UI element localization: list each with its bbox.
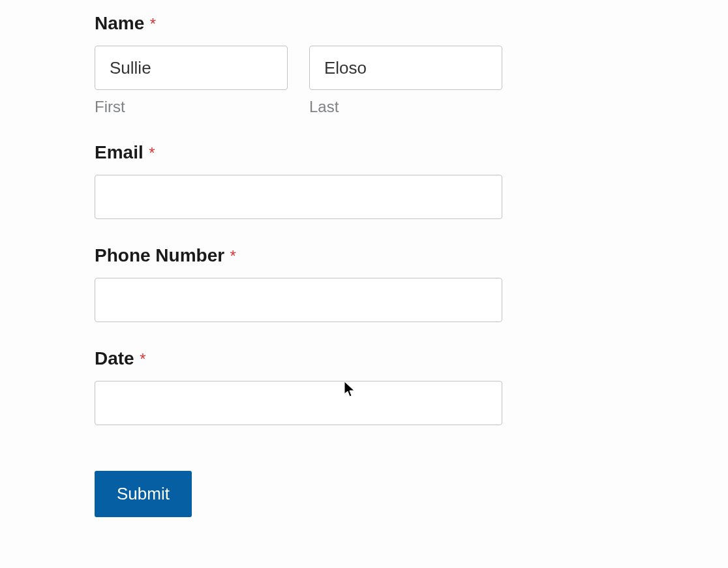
email-required-asterisk: * bbox=[149, 144, 155, 162]
name-field-group: Name * First Last bbox=[95, 13, 633, 116]
first-name-input[interactable] bbox=[95, 46, 288, 90]
phone-label-row: Phone Number * bbox=[95, 245, 633, 278]
last-name-column: Last bbox=[309, 46, 502, 116]
first-name-column: First bbox=[95, 46, 288, 116]
phone-input[interactable] bbox=[95, 278, 502, 322]
date-field-group: Date * bbox=[95, 348, 633, 425]
email-input[interactable] bbox=[95, 175, 502, 219]
email-label-row: Email * bbox=[95, 142, 633, 175]
name-label: Name bbox=[95, 13, 144, 34]
submit-button[interactable]: Submit bbox=[95, 471, 192, 517]
phone-label: Phone Number bbox=[95, 245, 224, 266]
name-inputs-row: First Last bbox=[95, 46, 633, 116]
date-label-row: Date * bbox=[95, 348, 633, 381]
date-required-asterisk: * bbox=[140, 350, 145, 368]
contact-form: Name * First Last Email * Phone Number * bbox=[0, 0, 728, 543]
date-label: Date bbox=[95, 348, 134, 369]
email-label: Email bbox=[95, 142, 144, 163]
first-name-sublabel: First bbox=[95, 98, 288, 116]
phone-field-group: Phone Number * bbox=[95, 245, 633, 322]
last-name-sublabel: Last bbox=[309, 98, 502, 116]
phone-required-asterisk: * bbox=[230, 247, 236, 265]
name-label-row: Name * bbox=[95, 13, 633, 46]
date-input[interactable] bbox=[95, 381, 502, 425]
last-name-input[interactable] bbox=[309, 46, 502, 90]
email-field-group: Email * bbox=[95, 142, 633, 219]
name-required-asterisk: * bbox=[150, 15, 156, 33]
